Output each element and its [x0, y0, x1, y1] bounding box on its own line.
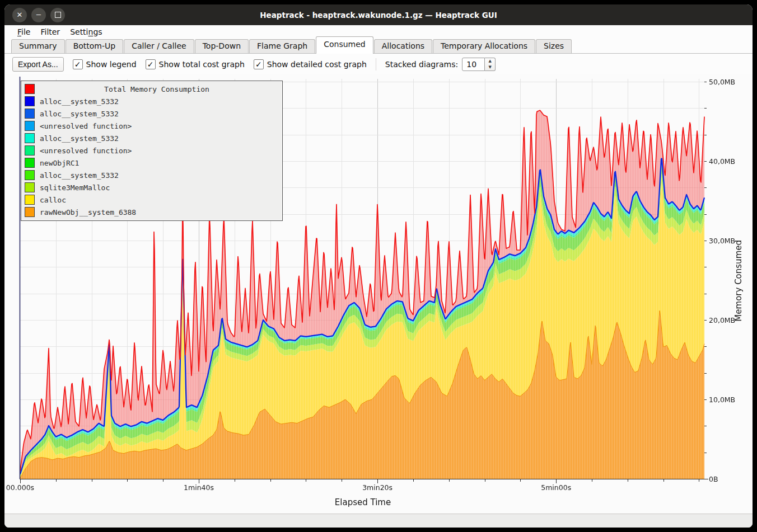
show-detailed-cost-checkbox[interactable]: ✓: [254, 59, 264, 69]
legend-swatch: [25, 207, 35, 217]
tab-caller-callee[interactable]: Caller / Callee: [124, 39, 194, 53]
app-window: ✕ ─ Heaptrack - heaptrack.wakunode.1.gz …: [4, 4, 753, 528]
legend-label: rawNewObj__system_6388: [40, 208, 136, 216]
legend-item: <unresolved function>: [21, 144, 282, 157]
x-tick-label: 00.000s: [6, 483, 34, 492]
legend-swatch: [25, 84, 35, 94]
tab-bottom-up[interactable]: Bottom-Up: [66, 39, 124, 53]
x-tick-label: 5min00s: [541, 483, 571, 492]
show-legend-label: Show legend: [86, 60, 137, 69]
tab-allocations[interactable]: Allocations: [374, 39, 432, 53]
minimize-icon[interactable]: ─: [31, 8, 46, 22]
y-axis-title: Memory Consumed: [733, 240, 744, 322]
maximize-icon[interactable]: [50, 8, 65, 22]
memory-consumption-chart: 00.000s1min40s3min20s5min00s 0B10,0MB20,…: [4, 74, 753, 514]
y-tick-label: 30,0MB: [709, 236, 735, 244]
legend-swatch: [25, 96, 35, 106]
show-total-cost-checkbox-group[interactable]: ✓ Show total cost graph: [146, 59, 245, 69]
legend-label: alloc__system_5332: [40, 110, 119, 118]
legend-swatch: [25, 109, 35, 119]
legend-label: <unresolved function>: [40, 147, 132, 155]
stacked-diagrams-label: Stacked diagrams:: [385, 60, 458, 69]
title-bar[interactable]: ✕ ─ Heaptrack - heaptrack.wakunode.1.gz …: [4, 4, 753, 25]
legend-label: calloc: [40, 196, 66, 204]
legend-label: alloc__system_5332: [40, 134, 119, 143]
stacked-diagrams-group: Stacked diagrams: 10 ▲ ▼: [385, 58, 496, 71]
show-total-cost-checkbox[interactable]: ✓: [146, 59, 156, 69]
show-detailed-cost-label: Show detailed cost graph: [267, 60, 367, 69]
stacked-diagrams-spinbox[interactable]: 10 ▲ ▼: [462, 58, 496, 71]
legend-label: <unresolved function>: [40, 122, 132, 130]
window-controls: ✕ ─: [12, 8, 65, 22]
legend-item: alloc__system_5332: [21, 169, 282, 181]
legend-swatch: [25, 170, 35, 180]
tab-flame-graph[interactable]: Flame Graph: [249, 39, 315, 53]
show-total-cost-label: Show total cost graph: [159, 60, 245, 69]
x-axis-title: Elapsed Time: [296, 497, 430, 507]
legend-item: calloc: [21, 194, 282, 206]
legend-swatch: [25, 121, 35, 131]
legend-swatch: [25, 145, 35, 156]
toolbar: Export As... ✓ Show legend ✓ Show total …: [4, 54, 753, 74]
tab-consumed[interactable]: Consumed: [316, 36, 373, 54]
x-tick-label: 3min20s: [362, 483, 392, 492]
y-tick-label: 40,0MB: [709, 157, 735, 165]
y-tick-label: 50,0MB: [709, 77, 735, 86]
tab-bar: Summary Bottom-Up Caller / Callee Top-Do…: [4, 38, 753, 54]
toolbar-separator: [376, 58, 376, 70]
legend-label: sqlite3MemMalloc: [40, 183, 110, 192]
show-legend-checkbox[interactable]: ✓: [73, 59, 83, 69]
legend-swatch: [25, 182, 35, 192]
legend-label: alloc__system_5332: [40, 97, 119, 106]
menu-settings[interactable]: Settings: [65, 27, 107, 37]
y-tick-label: 10,0MB: [709, 395, 735, 403]
legend-item: <unresolved function>: [21, 120, 282, 132]
legend-swatch: [25, 158, 35, 168]
tab-summary[interactable]: Summary: [11, 39, 65, 53]
menu-bar: FileFilterSettings: [4, 25, 753, 38]
stacked-diagrams-spinner: ▲ ▼: [485, 58, 496, 71]
maximize-square: [55, 12, 61, 18]
legend-title-row: Total Memory Consumption: [21, 83, 282, 95]
y-tick-label: 20,0MB: [709, 316, 735, 324]
chart-legend: Total Memory Consumptionalloc__system_53…: [21, 81, 283, 221]
tab-temporary-allocations[interactable]: Temporary Allocations: [433, 39, 535, 53]
menu-file[interactable]: File: [12, 27, 35, 37]
window-title: Heaptrack - heaptrack.wakunode.1.gz — He…: [260, 11, 497, 20]
legend-item: alloc__system_5332: [21, 132, 282, 144]
legend-label: newObjRC1: [40, 159, 79, 167]
tab-top-down[interactable]: Top-Down: [195, 39, 249, 53]
legend-label: Total Memory Consumption: [35, 85, 279, 93]
legend-item: newObjRC1: [21, 157, 282, 169]
close-icon[interactable]: ✕: [12, 8, 27, 22]
tab-sizes[interactable]: Sizes: [536, 39, 572, 53]
y-tick-label: 0B: [709, 475, 718, 483]
legend-item: rawNewObj__system_6388: [21, 206, 282, 218]
export-as-button[interactable]: Export As...: [12, 57, 64, 72]
legend-item: alloc__system_5332: [21, 95, 282, 107]
legend-swatch: [25, 195, 35, 205]
legend-label: alloc__system_5332: [40, 171, 119, 180]
x-tick-label: 1min40s: [184, 483, 214, 492]
spin-down-icon[interactable]: ▼: [485, 64, 495, 70]
show-detailed-cost-checkbox-group[interactable]: ✓ Show detailed cost graph: [254, 59, 367, 69]
legend-item: alloc__system_5332: [21, 107, 282, 120]
legend-item: sqlite3MemMalloc: [21, 181, 282, 194]
legend-swatch: [25, 133, 35, 143]
status-bar: [4, 514, 753, 528]
spin-up-icon[interactable]: ▲: [485, 58, 495, 64]
show-legend-checkbox-group[interactable]: ✓ Show legend: [73, 59, 137, 69]
menu-filter[interactable]: Filter: [35, 27, 65, 37]
stacked-diagrams-value[interactable]: 10: [462, 58, 485, 71]
